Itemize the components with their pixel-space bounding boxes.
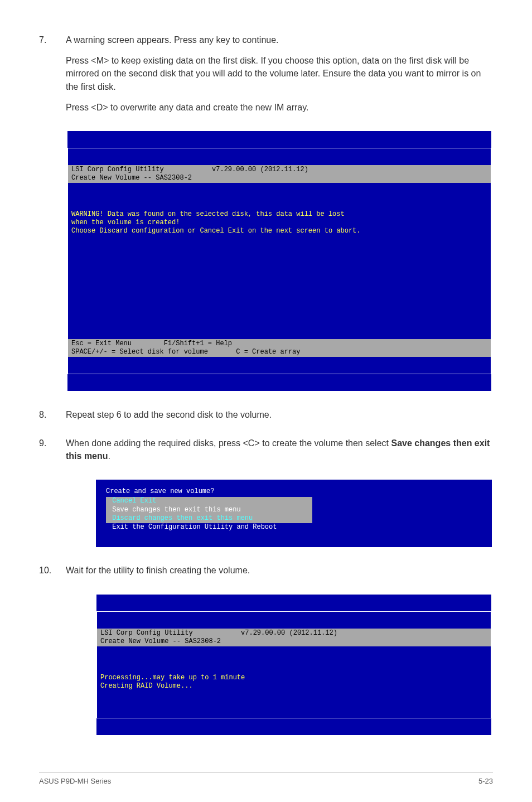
processing-line: Processing...may take up to 1 minute <box>100 674 245 682</box>
step-9: 9. When done adding the required disks, … <box>39 437 493 470</box>
header-title: LSI Corp Config Utility <box>71 166 164 173</box>
footer-page-number: 5-23 <box>478 777 493 785</box>
terminal-inner: LSI Corp Config Utility v7.29.00.00 (201… <box>96 611 491 718</box>
terminal-save-menu: Create and save new volume? Cancel Exit … <box>95 479 493 549</box>
terminal-body: WARNING! Data was found on the selected … <box>68 200 491 322</box>
footer-help: F1/Shift+1 = Help <box>164 340 232 347</box>
terminal-body: Processing...may take up to 1 minute Cre… <box>97 663 491 701</box>
step-number: 7. <box>39 33 66 122</box>
footer-esc: Esc = Exit Menu <box>71 340 132 347</box>
menu-option-exit-reboot: Exit the Configuration Utility and Reboo… <box>106 523 312 532</box>
step-text: Press <M> to keep existing data on the f… <box>66 54 493 93</box>
step-10: 10. Wait for the utility to finish creat… <box>39 564 493 584</box>
step-text: Repeat step 6 to add the second disk to … <box>66 408 493 421</box>
step-text: Wait for the utility to finish creating … <box>66 564 493 577</box>
terminal-footer: Esc = Exit Menu F1/Shift+1 = Help SPACE/… <box>68 339 491 357</box>
step-number: 8. <box>39 408 66 429</box>
step-number: 10. <box>39 564 66 584</box>
warning-line: Choose Discard configuration or Cancel E… <box>71 227 360 235</box>
header-title: LSI Corp Config Utility <box>100 629 193 637</box>
warning-line: when the volume is created! <box>71 219 180 226</box>
terminal-inner: LSI Corp Config Utility v7.29.00.00 (201… <box>67 148 491 374</box>
menu-option-save: Save changes then exit this menu <box>106 506 312 515</box>
terminal-processing: LSI Corp Config Utility v7.29.00.00 (201… <box>95 593 493 737</box>
step-text: Press <D> to overwrite any data and crea… <box>66 101 493 114</box>
header-version: v7.29.00.00 (2012.11.12) <box>212 166 308 173</box>
menu-title: Create and save new volume? <box>106 487 482 496</box>
step-7: 7. A warning screen appears. Press any k… <box>39 33 493 122</box>
menu-box: Create and save new volume? Cancel Exit … <box>106 487 482 532</box>
processing-line: Creating RAID Volume... <box>100 682 193 690</box>
step-text: When done adding the required disks, pre… <box>66 437 493 462</box>
terminal-warning-screen: LSI Corp Config Utility v7.29.00.00 (201… <box>66 129 493 393</box>
menu-option-cancel: Cancel Exit <box>106 497 312 506</box>
step-8: 8. Repeat step 6 to add the second disk … <box>39 408 493 429</box>
option-label: Exit the Configuration Utility and Reboo… <box>112 523 277 531</box>
warning-line: WARNING! Data was found on the selected … <box>71 210 345 218</box>
document-content: 7. A warning screen appears. Press any k… <box>39 33 493 737</box>
step-number: 9. <box>39 437 66 470</box>
footer-select: SPACE/+/- = Select disk for volume <box>71 348 208 356</box>
footer-create: C = Create array <box>236 348 300 356</box>
text-fragment: . <box>108 451 110 461</box>
header-subtitle: Create New Volume -- SAS2308-2 <box>100 637 221 645</box>
terminal-header: LSI Corp Config Utility v7.29.00.00 (201… <box>68 165 491 183</box>
text-fragment: When done adding the required disks, pre… <box>66 438 391 448</box>
option-label: Save changes then exit this menu <box>112 506 240 514</box>
option-label: Discard changes then exit this menu <box>112 514 253 522</box>
step-body: Wait for the utility to finish creating … <box>66 564 493 584</box>
header-subtitle: Create New Volume -- SAS2308-2 <box>71 174 192 182</box>
menu-option-discard: Discard changes then exit this menu <box>106 514 312 523</box>
step-body: A warning screen appears. Press any key … <box>66 33 493 122</box>
footer-left: ASUS P9D-MH Series <box>39 777 111 785</box>
option-label: Cancel Exit <box>112 497 156 505</box>
terminal-header: LSI Corp Config Utility v7.29.00.00 (201… <box>97 629 491 646</box>
step-text: A warning screen appears. Press any key … <box>66 33 493 46</box>
header-version: v7.29.00.00 (2012.11.12) <box>241 629 337 637</box>
page-footer: ASUS P9D-MH Series 5-23 <box>39 772 493 785</box>
step-body: When done adding the required disks, pre… <box>66 437 493 470</box>
step-body: Repeat step 6 to add the second disk to … <box>66 408 493 429</box>
